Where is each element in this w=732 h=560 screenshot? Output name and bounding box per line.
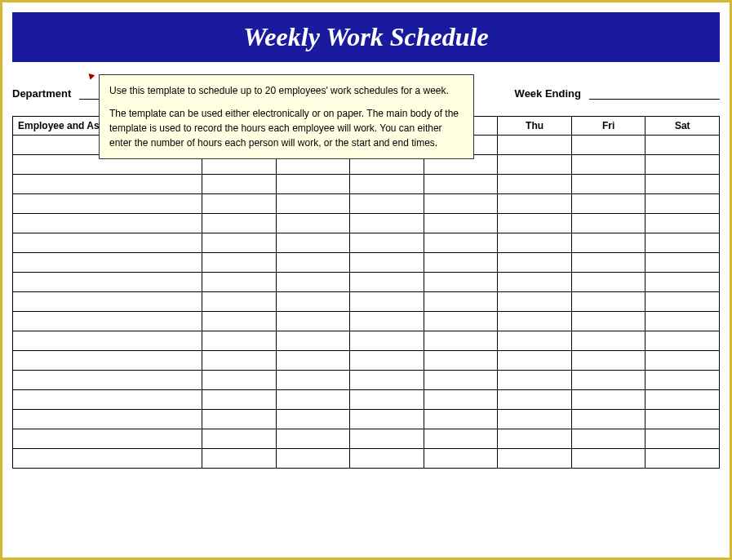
employee-cell[interactable] bbox=[13, 214, 202, 233]
hours-cell[interactable] bbox=[645, 175, 720, 194]
hours-cell[interactable] bbox=[571, 312, 645, 331]
hours-cell[interactable] bbox=[202, 233, 277, 253]
hours-cell[interactable] bbox=[424, 410, 498, 429]
employee-cell[interactable] bbox=[13, 351, 202, 371]
hours-cell[interactable] bbox=[202, 331, 277, 351]
hours-cell[interactable] bbox=[350, 371, 424, 390]
hours-cell[interactable] bbox=[645, 292, 720, 312]
hours-cell[interactable] bbox=[350, 233, 424, 253]
hours-cell[interactable] bbox=[498, 273, 572, 292]
hours-cell[interactable] bbox=[645, 351, 720, 371]
hours-cell[interactable] bbox=[498, 214, 572, 233]
employee-cell[interactable] bbox=[13, 429, 202, 449]
hours-cell[interactable] bbox=[424, 233, 498, 253]
hours-cell[interactable] bbox=[645, 331, 720, 351]
hours-cell[interactable] bbox=[350, 253, 424, 273]
hours-cell[interactable] bbox=[645, 194, 720, 214]
hours-cell[interactable] bbox=[276, 390, 350, 410]
hours-cell[interactable] bbox=[645, 214, 720, 233]
hours-cell[interactable] bbox=[571, 253, 645, 273]
hours-cell[interactable] bbox=[202, 253, 277, 273]
hours-cell[interactable] bbox=[645, 155, 720, 175]
hours-cell[interactable] bbox=[276, 194, 350, 214]
hours-cell[interactable] bbox=[424, 390, 498, 410]
hours-cell[interactable] bbox=[424, 194, 498, 214]
hours-cell[interactable] bbox=[424, 175, 498, 194]
hours-cell[interactable] bbox=[571, 410, 645, 429]
hours-cell[interactable] bbox=[424, 351, 498, 371]
hours-cell[interactable] bbox=[571, 429, 645, 449]
hours-cell[interactable] bbox=[571, 233, 645, 253]
employee-cell[interactable] bbox=[13, 449, 202, 469]
hours-cell[interactable] bbox=[276, 429, 350, 449]
hours-cell[interactable] bbox=[202, 292, 277, 312]
hours-cell[interactable] bbox=[276, 449, 350, 469]
employee-cell[interactable] bbox=[13, 390, 202, 410]
employee-cell[interactable] bbox=[13, 292, 202, 312]
hours-cell[interactable] bbox=[350, 194, 424, 214]
hours-cell[interactable] bbox=[645, 136, 720, 155]
hours-cell[interactable] bbox=[350, 175, 424, 194]
hours-cell[interactable] bbox=[498, 312, 572, 331]
hours-cell[interactable] bbox=[498, 136, 572, 155]
hours-cell[interactable] bbox=[571, 292, 645, 312]
employee-cell[interactable] bbox=[13, 410, 202, 429]
hours-cell[interactable] bbox=[424, 292, 498, 312]
hours-cell[interactable] bbox=[202, 429, 277, 449]
hours-cell[interactable] bbox=[350, 312, 424, 331]
employee-cell[interactable] bbox=[13, 194, 202, 214]
hours-cell[interactable] bbox=[498, 429, 572, 449]
hours-cell[interactable] bbox=[424, 273, 498, 292]
hours-cell[interactable] bbox=[645, 410, 720, 429]
hours-cell[interactable] bbox=[424, 331, 498, 351]
hours-cell[interactable] bbox=[498, 233, 572, 253]
hours-cell[interactable] bbox=[350, 273, 424, 292]
hours-cell[interactable] bbox=[498, 253, 572, 273]
employee-cell[interactable] bbox=[13, 331, 202, 351]
hours-cell[interactable] bbox=[571, 155, 645, 175]
hours-cell[interactable] bbox=[571, 273, 645, 292]
hours-cell[interactable] bbox=[645, 233, 720, 253]
employee-cell[interactable] bbox=[13, 233, 202, 253]
hours-cell[interactable] bbox=[645, 253, 720, 273]
week-ending-input-line[interactable] bbox=[589, 87, 720, 100]
hours-cell[interactable] bbox=[571, 214, 645, 233]
hours-cell[interactable] bbox=[645, 449, 720, 469]
hours-cell[interactable] bbox=[350, 331, 424, 351]
hours-cell[interactable] bbox=[571, 449, 645, 469]
employee-cell[interactable] bbox=[13, 371, 202, 390]
hours-cell[interactable] bbox=[498, 449, 572, 469]
hours-cell[interactable] bbox=[498, 410, 572, 429]
hours-cell[interactable] bbox=[202, 214, 277, 233]
employee-cell[interactable] bbox=[13, 312, 202, 331]
hours-cell[interactable] bbox=[276, 331, 350, 351]
hours-cell[interactable] bbox=[202, 312, 277, 331]
hours-cell[interactable] bbox=[498, 390, 572, 410]
hours-cell[interactable] bbox=[202, 449, 277, 469]
hours-cell[interactable] bbox=[571, 371, 645, 390]
hours-cell[interactable] bbox=[202, 194, 277, 214]
hours-cell[interactable] bbox=[276, 312, 350, 331]
hours-cell[interactable] bbox=[350, 351, 424, 371]
hours-cell[interactable] bbox=[276, 351, 350, 371]
employee-cell[interactable] bbox=[13, 253, 202, 273]
employee-cell[interactable] bbox=[13, 273, 202, 292]
hours-cell[interactable] bbox=[645, 429, 720, 449]
hours-cell[interactable] bbox=[202, 351, 277, 371]
hours-cell[interactable] bbox=[276, 410, 350, 429]
hours-cell[interactable] bbox=[498, 371, 572, 390]
hours-cell[interactable] bbox=[202, 273, 277, 292]
hours-cell[interactable] bbox=[276, 292, 350, 312]
hours-cell[interactable] bbox=[424, 449, 498, 469]
hours-cell[interactable] bbox=[571, 136, 645, 155]
hours-cell[interactable] bbox=[350, 449, 424, 469]
hours-cell[interactable] bbox=[498, 351, 572, 371]
hours-cell[interactable] bbox=[571, 175, 645, 194]
hours-cell[interactable] bbox=[498, 331, 572, 351]
hours-cell[interactable] bbox=[350, 410, 424, 429]
hours-cell[interactable] bbox=[350, 214, 424, 233]
hours-cell[interactable] bbox=[498, 155, 572, 175]
hours-cell[interactable] bbox=[645, 371, 720, 390]
hours-cell[interactable] bbox=[276, 175, 350, 194]
hours-cell[interactable] bbox=[276, 253, 350, 273]
